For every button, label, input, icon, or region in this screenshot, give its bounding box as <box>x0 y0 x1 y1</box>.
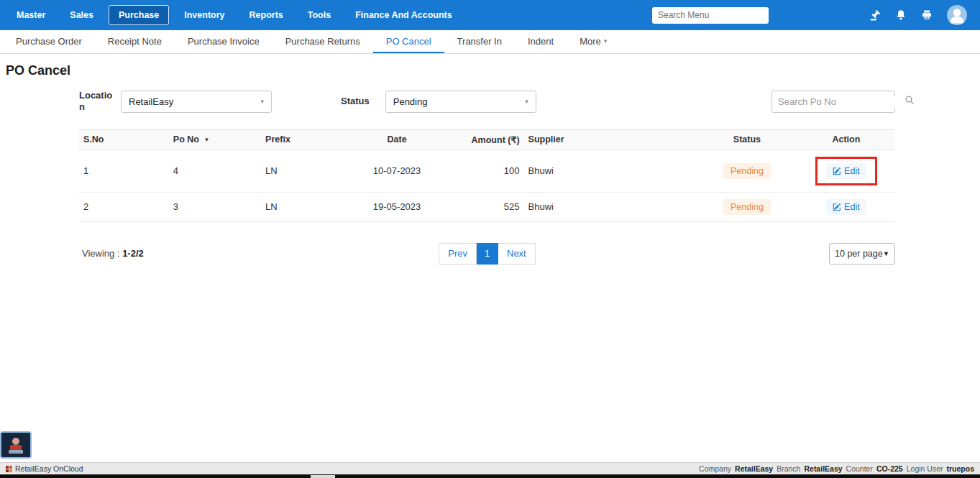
menu-master[interactable]: Master <box>7 6 55 24</box>
tab-more-label: More <box>580 36 601 47</box>
company-value: RetailEasy <box>735 464 773 473</box>
table-row: 1 4 LN 10-07-2023 100 Bhuwi Pending Edit <box>79 150 895 192</box>
viewing-value: 1-2/2 <box>122 248 144 259</box>
topbar-right-tools <box>652 5 973 25</box>
support-widget-thumbnail[interactable] <box>0 431 32 459</box>
edit-button[interactable]: Edit <box>826 163 866 179</box>
cell-sno: 2 <box>79 192 169 221</box>
search-icon[interactable] <box>905 95 915 108</box>
table-header-row: S.No Po No ▼ Prefix Date Amount (₹) Supp… <box>79 129 895 150</box>
counter-label: Counter <box>846 464 873 473</box>
po-cancel-table: S.No Po No ▼ Prefix Date Amount (₹) Supp… <box>79 129 895 222</box>
menu-tools[interactable]: Tools <box>298 6 340 24</box>
col-pono-label: Po No <box>173 134 199 144</box>
taskbar-item <box>311 475 335 478</box>
notification-bell-icon[interactable] <box>894 8 908 22</box>
cell-amount: 525 <box>454 192 523 221</box>
prev-page-button[interactable]: Prev <box>439 243 477 265</box>
chevron-down-icon: ▾ <box>604 38 608 45</box>
session-info: Company RetailEasy Branch RetailEasy Cou… <box>699 464 974 473</box>
location-select-value: RetailEasy <box>129 96 173 107</box>
col-supplier: Supplier <box>524 129 697 150</box>
status-badge: Pending <box>723 199 771 215</box>
tab-purchase-returns[interactable]: Purchase Returns <box>273 30 373 53</box>
cell-prefix: LN <box>261 192 339 221</box>
edit-button-label: Edit <box>844 202 860 212</box>
po-cancel-content: Location RetailEasy ▾ Status Pending ▾ S… <box>79 90 895 265</box>
page-title: PO Cancel <box>0 54 980 86</box>
pager: Prev 1 Next <box>439 243 535 265</box>
branch-label: Branch <box>777 464 800 473</box>
col-pono[interactable]: Po No ▼ <box>169 129 261 150</box>
filter-row: Location RetailEasy ▾ Status Pending ▾ <box>79 90 895 114</box>
col-action: Action <box>797 129 895 150</box>
cell-supplier: Bhuwi <box>524 192 697 221</box>
tab-transfer-in[interactable]: Transfer In <box>444 30 515 53</box>
status-bar: RetailEasy OnCloud Company RetailEasy Br… <box>0 462 980 474</box>
status-label: Status <box>341 96 370 107</box>
status-select-value: Pending <box>393 96 428 107</box>
chevron-down-icon: ▾ <box>260 98 264 105</box>
tab-indent[interactable]: Indent <box>515 30 567 53</box>
table-row: 2 3 LN 19-05-2023 525 Bhuwi Pending Edit <box>79 192 895 221</box>
search-po-no-box <box>771 91 895 113</box>
branch-value: RetailEasy <box>804 464 842 473</box>
viewing-summary: Viewing : 1-2/2 <box>82 248 144 259</box>
app-brand-label: RetailEasy OnCloud <box>15 464 83 473</box>
user-avatar[interactable] <box>947 5 967 25</box>
cell-sno: 1 <box>79 150 169 192</box>
sort-desc-icon: ▼ <box>203 137 209 143</box>
search-menu-input[interactable] <box>652 7 769 24</box>
counter-value: CO-225 <box>876 464 903 473</box>
col-status: Status <box>697 129 797 150</box>
menu-purchase[interactable]: Purchase <box>109 5 169 25</box>
login-user-value: truepos <box>946 464 974 473</box>
col-amount: Amount (₹) <box>454 129 523 150</box>
cell-date: 19-05-2023 <box>339 192 454 221</box>
page-1-button[interactable]: 1 <box>477 243 498 265</box>
status-select[interactable]: Pending ▾ <box>385 91 536 113</box>
per-page-select[interactable]: 10 per page ▼ <box>829 243 895 265</box>
menu-finance-and-accounts[interactable]: Finance And Accounts <box>346 6 462 24</box>
next-page-button[interactable]: Next <box>498 243 536 265</box>
viewing-label: Viewing : <box>82 248 120 259</box>
per-page-value: 10 per page <box>835 249 883 259</box>
printer-icon[interactable] <box>920 8 934 22</box>
annotation-highlight-box: Edit <box>815 157 877 185</box>
chevron-down-icon: ▾ <box>525 98 528 105</box>
location-label: Location <box>79 90 115 114</box>
col-prefix: Prefix <box>261 129 339 150</box>
purchase-submenu: Purchase Order Receipt Note Purchase Inv… <box>0 30 980 54</box>
col-date: Date <box>339 129 454 150</box>
select-arrow-icon: ▼ <box>883 250 889 257</box>
top-navigation-bar: Master Sales Purchase Inventory Reports … <box>0 0 980 30</box>
cell-date: 10-07-2023 <box>339 150 454 192</box>
main-menu: Master Sales Purchase Inventory Reports … <box>7 5 462 25</box>
company-label: Company <box>699 464 731 473</box>
menu-inventory[interactable]: Inventory <box>175 6 234 24</box>
col-sno: S.No <box>79 129 169 150</box>
pagination-row: Viewing : 1-2/2 Prev 1 Next 10 per page … <box>79 242 895 265</box>
status-badge: Pending <box>723 163 771 179</box>
tab-receipt-note[interactable]: Receipt Note <box>95 30 175 53</box>
search-po-no-input[interactable] <box>778 96 905 107</box>
tab-po-cancel[interactable]: PO Cancel <box>373 30 444 53</box>
login-user-label: Login User <box>907 464 943 473</box>
retaileasy-logo-icon <box>6 466 12 472</box>
app-brand: RetailEasy OnCloud <box>6 464 83 473</box>
cell-prefix: LN <box>261 150 339 192</box>
cell-pono: 3 <box>169 192 261 221</box>
menu-sales[interactable]: Sales <box>60 6 103 24</box>
menu-reports[interactable]: Reports <box>240 6 293 24</box>
cell-amount: 100 <box>454 150 523 192</box>
cell-supplier: Bhuwi <box>524 150 697 192</box>
location-select[interactable]: RetailEasy ▾ <box>121 91 272 113</box>
announcement-gavel-icon[interactable] <box>868 8 882 22</box>
tab-purchase-invoice[interactable]: Purchase Invoice <box>175 30 273 53</box>
cell-pono: 4 <box>169 150 261 192</box>
edit-button[interactable]: Edit <box>826 199 866 215</box>
taskbar-strip <box>0 474 980 478</box>
edit-button-label: Edit <box>844 166 860 176</box>
tab-purchase-order[interactable]: Purchase Order <box>3 30 95 53</box>
tab-more[interactable]: More ▾ <box>567 30 620 53</box>
